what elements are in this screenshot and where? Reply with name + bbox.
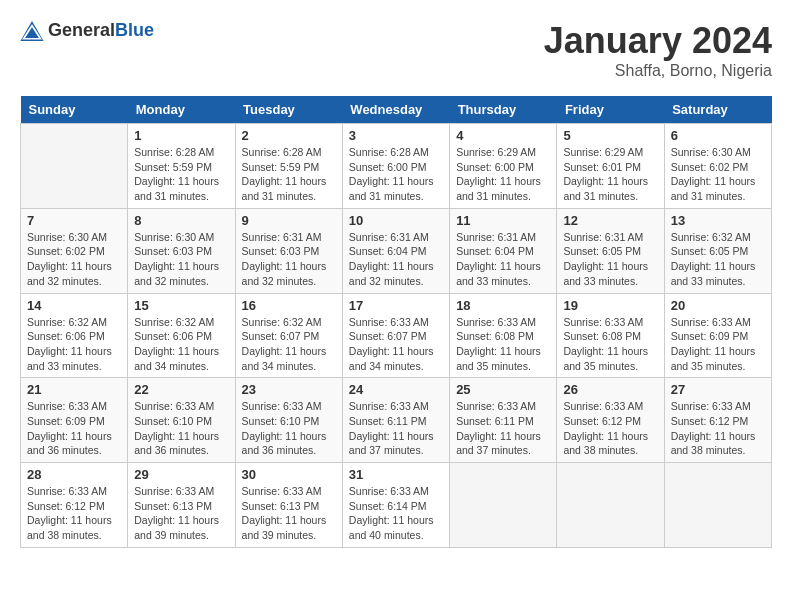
calendar-cell: 14Sunrise: 6:32 AM Sunset: 6:06 PM Dayli… [21,293,128,378]
day-info: Sunrise: 6:28 AM Sunset: 5:59 PM Dayligh… [134,145,228,204]
day-number: 2 [242,128,336,143]
calendar-cell: 7Sunrise: 6:30 AM Sunset: 6:02 PM Daylig… [21,208,128,293]
day-number: 14 [27,298,121,313]
day-number: 6 [671,128,765,143]
calendar-cell: 28Sunrise: 6:33 AM Sunset: 6:12 PM Dayli… [21,463,128,548]
day-number: 24 [349,382,443,397]
calendar-header-row: SundayMondayTuesdayWednesdayThursdayFrid… [21,96,772,124]
day-info: Sunrise: 6:32 AM Sunset: 6:06 PM Dayligh… [27,315,121,374]
logo-text-general: General [48,20,115,40]
day-info: Sunrise: 6:33 AM Sunset: 6:12 PM Dayligh… [671,399,765,458]
calendar-header-day: Thursday [450,96,557,124]
calendar-week-row: 1Sunrise: 6:28 AM Sunset: 5:59 PM Daylig… [21,124,772,209]
day-info: Sunrise: 6:28 AM Sunset: 6:00 PM Dayligh… [349,145,443,204]
calendar-cell [557,463,664,548]
day-number: 5 [563,128,657,143]
calendar-week-row: 28Sunrise: 6:33 AM Sunset: 6:12 PM Dayli… [21,463,772,548]
calendar-header-day: Wednesday [342,96,449,124]
day-info: Sunrise: 6:31 AM Sunset: 6:05 PM Dayligh… [563,230,657,289]
calendar-cell: 15Sunrise: 6:32 AM Sunset: 6:06 PM Dayli… [128,293,235,378]
logo-text-blue: Blue [115,20,154,40]
calendar-cell: 21Sunrise: 6:33 AM Sunset: 6:09 PM Dayli… [21,378,128,463]
calendar-cell [21,124,128,209]
calendar-cell: 1Sunrise: 6:28 AM Sunset: 5:59 PM Daylig… [128,124,235,209]
day-info: Sunrise: 6:31 AM Sunset: 6:04 PM Dayligh… [456,230,550,289]
calendar-cell: 22Sunrise: 6:33 AM Sunset: 6:10 PM Dayli… [128,378,235,463]
day-info: Sunrise: 6:33 AM Sunset: 6:14 PM Dayligh… [349,484,443,543]
calendar-cell: 17Sunrise: 6:33 AM Sunset: 6:07 PM Dayli… [342,293,449,378]
day-number: 9 [242,213,336,228]
day-info: Sunrise: 6:33 AM Sunset: 6:09 PM Dayligh… [671,315,765,374]
calendar-cell: 27Sunrise: 6:33 AM Sunset: 6:12 PM Dayli… [664,378,771,463]
calendar-cell: 3Sunrise: 6:28 AM Sunset: 6:00 PM Daylig… [342,124,449,209]
day-info: Sunrise: 6:29 AM Sunset: 6:01 PM Dayligh… [563,145,657,204]
calendar-cell: 20Sunrise: 6:33 AM Sunset: 6:09 PM Dayli… [664,293,771,378]
day-info: Sunrise: 6:28 AM Sunset: 5:59 PM Dayligh… [242,145,336,204]
day-number: 10 [349,213,443,228]
day-info: Sunrise: 6:33 AM Sunset: 6:09 PM Dayligh… [27,399,121,458]
day-info: Sunrise: 6:33 AM Sunset: 6:11 PM Dayligh… [349,399,443,458]
calendar-cell: 25Sunrise: 6:33 AM Sunset: 6:11 PM Dayli… [450,378,557,463]
calendar-header-day: Saturday [664,96,771,124]
day-info: Sunrise: 6:33 AM Sunset: 6:08 PM Dayligh… [456,315,550,374]
day-number: 21 [27,382,121,397]
day-info: Sunrise: 6:32 AM Sunset: 6:05 PM Dayligh… [671,230,765,289]
calendar-cell: 26Sunrise: 6:33 AM Sunset: 6:12 PM Dayli… [557,378,664,463]
day-number: 7 [27,213,121,228]
calendar-cell [450,463,557,548]
day-info: Sunrise: 6:33 AM Sunset: 6:13 PM Dayligh… [134,484,228,543]
day-number: 1 [134,128,228,143]
day-info: Sunrise: 6:30 AM Sunset: 6:02 PM Dayligh… [671,145,765,204]
calendar-week-row: 21Sunrise: 6:33 AM Sunset: 6:09 PM Dayli… [21,378,772,463]
calendar-cell: 12Sunrise: 6:31 AM Sunset: 6:05 PM Dayli… [557,208,664,293]
day-number: 27 [671,382,765,397]
day-info: Sunrise: 6:33 AM Sunset: 6:12 PM Dayligh… [27,484,121,543]
day-info: Sunrise: 6:33 AM Sunset: 6:07 PM Dayligh… [349,315,443,374]
logo: GeneralBlue [20,20,154,41]
calendar-cell: 10Sunrise: 6:31 AM Sunset: 6:04 PM Dayli… [342,208,449,293]
calendar-cell [664,463,771,548]
location: Shaffa, Borno, Nigeria [544,62,772,80]
calendar-cell: 4Sunrise: 6:29 AM Sunset: 6:00 PM Daylig… [450,124,557,209]
day-info: Sunrise: 6:32 AM Sunset: 6:06 PM Dayligh… [134,315,228,374]
month-title: January 2024 [544,20,772,62]
calendar-cell: 18Sunrise: 6:33 AM Sunset: 6:08 PM Dayli… [450,293,557,378]
day-number: 8 [134,213,228,228]
day-number: 20 [671,298,765,313]
calendar-cell: 8Sunrise: 6:30 AM Sunset: 6:03 PM Daylig… [128,208,235,293]
day-info: Sunrise: 6:30 AM Sunset: 6:03 PM Dayligh… [134,230,228,289]
calendar-cell: 29Sunrise: 6:33 AM Sunset: 6:13 PM Dayli… [128,463,235,548]
calendar-header-day: Friday [557,96,664,124]
calendar-cell: 2Sunrise: 6:28 AM Sunset: 5:59 PM Daylig… [235,124,342,209]
day-number: 19 [563,298,657,313]
logo-icon [20,21,44,41]
calendar-header-day: Tuesday [235,96,342,124]
calendar-cell: 16Sunrise: 6:32 AM Sunset: 6:07 PM Dayli… [235,293,342,378]
calendar-table: SundayMondayTuesdayWednesdayThursdayFrid… [20,96,772,548]
calendar-body: 1Sunrise: 6:28 AM Sunset: 5:59 PM Daylig… [21,124,772,548]
day-info: Sunrise: 6:29 AM Sunset: 6:00 PM Dayligh… [456,145,550,204]
calendar-week-row: 7Sunrise: 6:30 AM Sunset: 6:02 PM Daylig… [21,208,772,293]
page-header: GeneralBlue January 2024 Shaffa, Borno, … [20,20,772,80]
calendar-cell: 24Sunrise: 6:33 AM Sunset: 6:11 PM Dayli… [342,378,449,463]
day-number: 31 [349,467,443,482]
day-info: Sunrise: 6:31 AM Sunset: 6:03 PM Dayligh… [242,230,336,289]
day-number: 26 [563,382,657,397]
day-number: 30 [242,467,336,482]
day-info: Sunrise: 6:31 AM Sunset: 6:04 PM Dayligh… [349,230,443,289]
day-number: 12 [563,213,657,228]
day-number: 23 [242,382,336,397]
day-number: 28 [27,467,121,482]
day-number: 13 [671,213,765,228]
day-info: Sunrise: 6:33 AM Sunset: 6:12 PM Dayligh… [563,399,657,458]
day-number: 17 [349,298,443,313]
calendar-cell: 5Sunrise: 6:29 AM Sunset: 6:01 PM Daylig… [557,124,664,209]
calendar-cell: 6Sunrise: 6:30 AM Sunset: 6:02 PM Daylig… [664,124,771,209]
title-area: January 2024 Shaffa, Borno, Nigeria [544,20,772,80]
day-number: 15 [134,298,228,313]
day-number: 4 [456,128,550,143]
calendar-cell: 13Sunrise: 6:32 AM Sunset: 6:05 PM Dayli… [664,208,771,293]
day-info: Sunrise: 6:33 AM Sunset: 6:10 PM Dayligh… [134,399,228,458]
calendar-header-day: Monday [128,96,235,124]
calendar-header-day: Sunday [21,96,128,124]
